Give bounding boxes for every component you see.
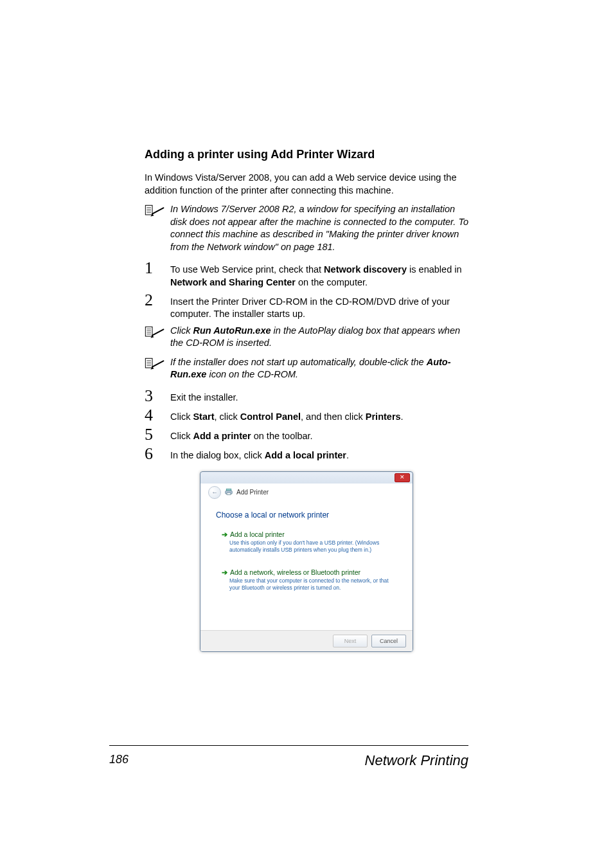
page-number: 186 bbox=[109, 753, 129, 766]
text-segment: , and then click bbox=[301, 411, 366, 422]
step-text: Click Add a printer on the toolbar. bbox=[170, 426, 468, 443]
svg-rect-17 bbox=[227, 493, 231, 494]
text-segment: . bbox=[401, 411, 404, 422]
step-text: Click Start, click Control Panel, and th… bbox=[170, 407, 468, 424]
step-number: 5 bbox=[145, 426, 170, 443]
window-title: Add Printer bbox=[236, 489, 269, 496]
text-segment: on the toolbar. bbox=[251, 431, 313, 441]
text-segment: Click bbox=[170, 431, 193, 441]
option-title-text: Add a network, wireless or Bluetooth pri… bbox=[230, 568, 360, 576]
text-bold: Add a local printer bbox=[265, 450, 346, 460]
dialog-heading: Choose a local or network printer bbox=[216, 511, 397, 520]
option-add-local-printer[interactable]: ➔ Add a local printer Use this option on… bbox=[216, 526, 397, 559]
step-item: 6 In the dialog box, click Add a local p… bbox=[145, 446, 468, 462]
window-titlebar: ✕ bbox=[200, 472, 413, 484]
svg-rect-15 bbox=[226, 489, 231, 491]
step-item: 5 Click Add a printer on the toolbar. bbox=[145, 426, 468, 443]
svg-rect-5 bbox=[145, 327, 152, 336]
text-bold-italic: Run AutoRun.exe bbox=[193, 325, 271, 336]
footer-divider bbox=[109, 745, 468, 746]
step-number: 1 bbox=[145, 260, 170, 276]
back-icon[interactable]: ← bbox=[208, 486, 221, 499]
step-number: 6 bbox=[145, 446, 170, 462]
option-title: ➔ Add a network, wireless or Bluetooth p… bbox=[222, 568, 391, 576]
svg-rect-10 bbox=[145, 358, 152, 368]
text-bold: Printers bbox=[366, 411, 401, 422]
note-icon bbox=[145, 203, 170, 217]
dialog-footer: Next Cancel bbox=[200, 630, 413, 651]
text-bold: Network discovery bbox=[324, 264, 407, 275]
svg-rect-0 bbox=[145, 205, 152, 215]
text-bold: Control Panel bbox=[240, 411, 301, 422]
text-segment: Click bbox=[170, 325, 193, 336]
step-item: 1 To use Web Service print, check that N… bbox=[145, 260, 468, 289]
text-bold: Start bbox=[193, 411, 214, 422]
arrow-right-icon: ➔ bbox=[222, 568, 227, 576]
step-text: To use Web Service print, check that Net… bbox=[170, 260, 468, 289]
note-text: Click Run AutoRun.exe in the AutoPlay di… bbox=[170, 325, 468, 350]
text-segment: Click bbox=[170, 411, 193, 422]
dialog-body: Choose a local or network printer ➔ Add … bbox=[200, 504, 413, 631]
option-subtext: Make sure that your computer is connecte… bbox=[229, 577, 391, 591]
note-icon bbox=[145, 325, 170, 339]
note-block: In Windows 7/Server 2008 R2, a window fo… bbox=[145, 203, 468, 253]
note-text: If the installer does not start up autom… bbox=[170, 356, 468, 381]
intro-paragraph: In Windows Vista/Server 2008, you can ad… bbox=[145, 172, 468, 197]
step-text: Exit the installer. bbox=[170, 388, 468, 404]
text-segment: on the computer. bbox=[296, 277, 368, 287]
close-icon[interactable]: ✕ bbox=[395, 473, 410, 482]
text-bold: Network and Sharing Center bbox=[170, 277, 296, 287]
screenshot-figure: ✕ ← Add Printer Choose a local or networ… bbox=[145, 471, 468, 653]
section-heading: Adding a printer using Add Printer Wizar… bbox=[145, 148, 468, 161]
step-item: 2 Insert the Printer Driver CD-ROM in th… bbox=[145, 292, 468, 321]
text-segment: is enabled in bbox=[407, 264, 461, 275]
step-item: 4 Click Start, click Control Panel, and … bbox=[145, 407, 468, 424]
printer-icon bbox=[225, 488, 233, 497]
option-add-network-printer[interactable]: ➔ Add a network, wireless or Bluetooth p… bbox=[216, 564, 397, 597]
document-page: Adding a printer using Add Printer Wizar… bbox=[0, 0, 613, 868]
text-segment: In the dialog box, click bbox=[170, 450, 265, 460]
text-bold: Add a printer bbox=[193, 431, 251, 441]
text-segment: icon on the CD-ROM. bbox=[206, 369, 298, 379]
text-segment: , click bbox=[215, 411, 240, 422]
step-text: Insert the Printer Driver CD-ROM in the … bbox=[170, 292, 468, 321]
note-block: If the installer does not start up autom… bbox=[145, 356, 468, 381]
arrow-right-icon: ➔ bbox=[222, 530, 227, 538]
option-title-text: Add a local printer bbox=[230, 530, 285, 538]
note-block: Click Run AutoRun.exe in the AutoPlay di… bbox=[145, 325, 468, 350]
note-icon bbox=[145, 356, 170, 370]
next-button[interactable]: Next bbox=[333, 635, 368, 647]
window-header: ← Add Printer bbox=[200, 484, 413, 504]
note-text: In Windows 7/Server 2008 R2, a window fo… bbox=[170, 203, 468, 253]
step-number: 4 bbox=[145, 407, 170, 424]
step-text: In the dialog box, click Add a local pri… bbox=[170, 446, 468, 462]
cancel-button[interactable]: Cancel bbox=[371, 635, 406, 647]
option-title: ➔ Add a local printer bbox=[222, 530, 391, 538]
option-subtext: Use this option only if you don't have a… bbox=[229, 539, 391, 553]
footer-title: Network Printing bbox=[365, 752, 468, 769]
text-segment: . bbox=[346, 450, 349, 460]
text-segment: To use Web Service print, check that bbox=[170, 264, 324, 275]
add-printer-dialog: ✕ ← Add Printer Choose a local or networ… bbox=[200, 471, 413, 653]
step-number: 2 bbox=[145, 292, 170, 309]
step-item: 3 Exit the installer. bbox=[145, 388, 468, 404]
step-number: 3 bbox=[145, 388, 170, 404]
text-segment: If the installer does not start up autom… bbox=[170, 357, 427, 367]
